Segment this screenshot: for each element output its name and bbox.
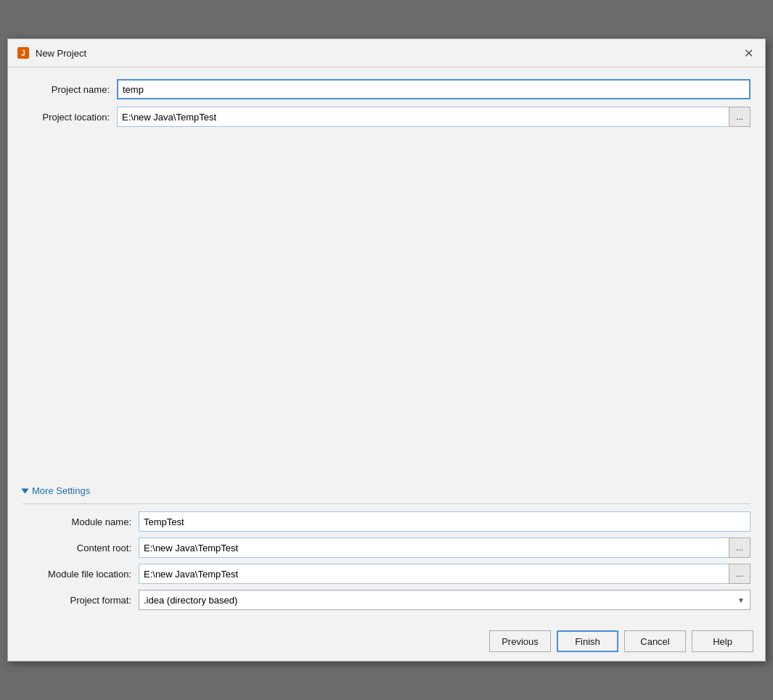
module-name-label: Module name:	[23, 516, 139, 527]
svg-text:J: J	[21, 49, 25, 57]
dialog-footer: Previous Finish Cancel Help	[8, 623, 765, 661]
project-location-label: Project location:	[23, 112, 117, 123]
more-settings-content: Module name: Content root: ... Module fi…	[23, 503, 750, 610]
content-root-row: Content root: ...	[23, 538, 750, 558]
module-file-location-input-group: ...	[139, 564, 750, 584]
project-location-row: Project location: ...	[23, 107, 750, 127]
project-name-label: Project name:	[23, 84, 117, 95]
project-name-input[interactable]	[117, 79, 750, 99]
module-file-location-input[interactable]	[139, 564, 729, 584]
content-root-input-group: ...	[139, 538, 750, 558]
project-location-input[interactable]	[117, 107, 729, 127]
module-name-row: Module name:	[23, 511, 750, 532]
project-location-browse-button[interactable]: ...	[729, 107, 750, 127]
main-content-area	[23, 134, 750, 482]
cancel-button[interactable]: Cancel	[624, 630, 686, 652]
dialog-body: Project name: Project location: ... More…	[8, 67, 765, 623]
project-format-select-wrapper: .idea (directory based)	[139, 590, 750, 610]
title-bar-left: J New Project	[17, 46, 86, 59]
project-format-select[interactable]: .idea (directory based)	[139, 590, 750, 610]
content-root-input[interactable]	[139, 538, 729, 558]
content-root-browse-button[interactable]: ...	[729, 538, 750, 558]
triangle-icon	[22, 488, 29, 493]
previous-button[interactable]: Previous	[489, 630, 551, 652]
module-file-location-label: Module file location:	[23, 569, 139, 580]
more-settings-toggle-button[interactable]: More Settings	[23, 485, 90, 496]
new-project-dialog: J New Project ✕ Project name: Project lo…	[7, 38, 766, 662]
project-format-row: Project format: .idea (directory based)	[23, 590, 750, 610]
content-root-label: Content root:	[23, 543, 139, 553]
finish-button[interactable]: Finish	[557, 630, 618, 652]
module-name-input[interactable]	[139, 511, 750, 532]
project-format-label: Project format:	[23, 595, 139, 606]
close-button[interactable]: ✕	[740, 45, 756, 61]
project-name-row: Project name:	[23, 79, 750, 99]
project-location-input-group: ...	[117, 107, 750, 127]
app-icon: J	[17, 46, 30, 59]
more-settings-section: More Settings Module name: Content root:…	[23, 485, 750, 616]
more-settings-label: More Settings	[32, 485, 90, 496]
module-file-location-browse-button[interactable]: ...	[729, 564, 750, 584]
title-bar: J New Project ✕	[8, 39, 765, 67]
module-file-location-row: Module file location: ...	[23, 564, 750, 584]
dialog-title: New Project	[36, 48, 86, 59]
help-button[interactable]: Help	[692, 630, 753, 652]
